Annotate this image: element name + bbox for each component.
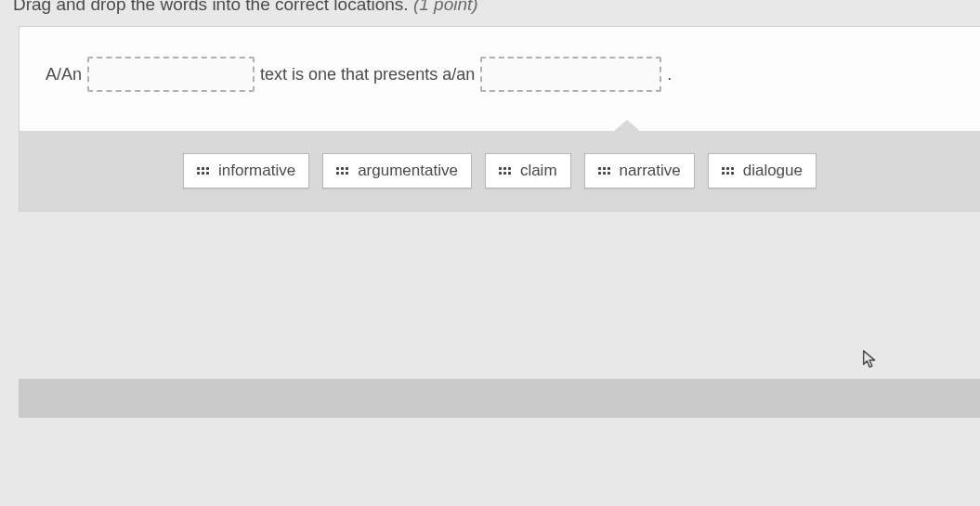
chip-label: claim xyxy=(520,162,557,180)
cursor-icon xyxy=(860,349,881,370)
instruction-text: Drag and drop the words into the correct… xyxy=(13,0,409,14)
sentence-area: A/An text is one that presents a/an . xyxy=(20,27,980,131)
chip-informative[interactable]: informative xyxy=(183,153,309,188)
chip-argumentative[interactable]: argumentative xyxy=(322,153,472,188)
sentence-after: . xyxy=(667,65,672,84)
chip-dialogue[interactable]: dialogue xyxy=(708,153,817,188)
grip-icon xyxy=(499,167,511,175)
options-bar: informative argumentative claim narrativ… xyxy=(20,131,980,211)
chip-label: narrative xyxy=(620,162,681,180)
sentence-part1: A/An xyxy=(46,65,82,84)
grip-icon xyxy=(722,167,734,175)
chip-narrative[interactable]: narrative xyxy=(584,153,695,188)
drop-target-1[interactable] xyxy=(87,57,255,92)
chip-label: argumentative xyxy=(358,162,458,180)
grip-icon xyxy=(598,167,610,175)
sentence-part2: text is one that presents a/an xyxy=(260,65,475,84)
question-box: A/An text is one that presents a/an . in… xyxy=(19,26,980,212)
chip-claim[interactable]: claim xyxy=(485,153,571,188)
drop-target-2[interactable] xyxy=(480,57,661,92)
instruction-points: (1 point) xyxy=(413,0,478,14)
grip-icon xyxy=(336,167,348,175)
instruction-line: Drag and drop the words into the correct… xyxy=(0,0,980,22)
grip-icon xyxy=(197,167,209,175)
bottom-bar xyxy=(19,379,980,418)
chip-label: dialogue xyxy=(743,162,803,180)
chip-label: informative xyxy=(218,162,295,180)
